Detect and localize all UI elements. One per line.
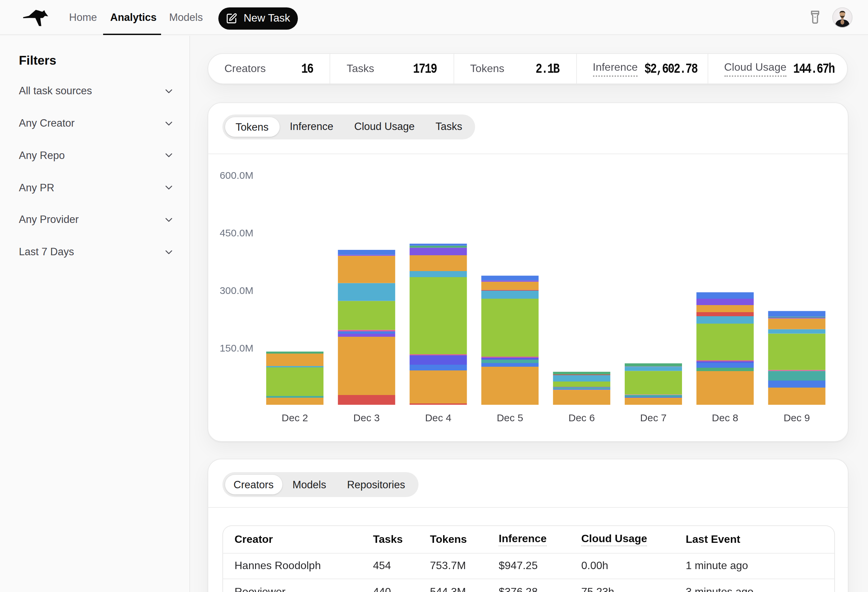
svg-text:Dec 3: Dec 3 [353,412,379,423]
svg-text:Dec 4: Dec 4 [425,412,451,423]
svg-text:Dec 7: Dec 7 [640,412,666,423]
svg-text:Dec 9: Dec 9 [783,412,809,423]
svg-text:Dec 5: Dec 5 [496,412,523,423]
svg-text:Dec 8: Dec 8 [712,412,738,423]
svg-text:150.0M: 150.0M [219,342,253,353]
svg-text:Dec 6: Dec 6 [568,412,594,423]
svg-text:450.0M: 450.0M [219,227,253,239]
svg-text:Dec 2: Dec 2 [281,412,308,423]
svg-text:300.0M: 300.0M [219,285,253,296]
svg-text:600.0M: 600.0M [219,170,253,181]
